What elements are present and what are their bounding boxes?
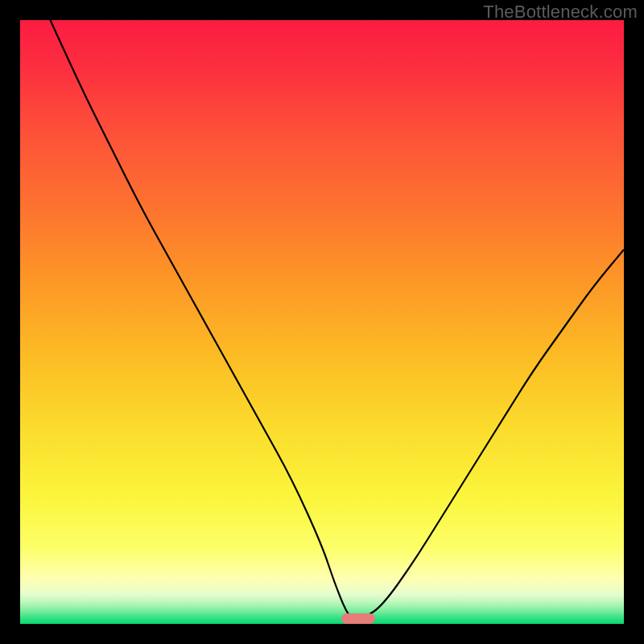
plot-area	[20, 20, 624, 624]
bottleneck-curve	[20, 20, 624, 624]
chart-container: TheBottleneck.com	[0, 0, 644, 644]
optimal-marker	[341, 613, 374, 624]
